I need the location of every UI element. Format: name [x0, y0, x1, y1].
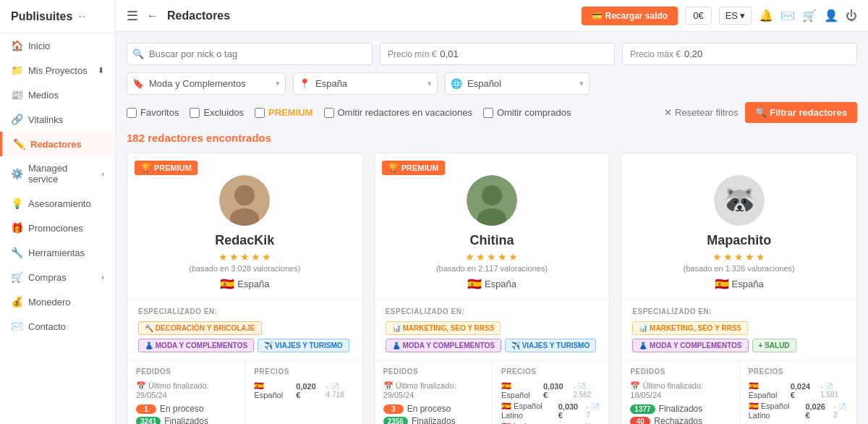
card-orders: PEDIDOS 📅 Último finalizado: 29/05/24 1E…	[127, 360, 244, 424]
price-min-input[interactable]	[440, 48, 483, 59]
premium-icon: 🏆	[140, 163, 151, 173]
filter-checks: Favoritos Excluidos PREMIUM Omitir redac…	[127, 107, 664, 118]
sidebar-label-contacto: Contacto	[28, 321, 66, 332]
card-mapachito[interactable]: 🦝 Mapachito ★★★★★ (basado en 1.326 valor…	[621, 153, 857, 424]
cart-icon[interactable]: 🛒	[802, 9, 817, 22]
check-premium-label: PREMIUM	[268, 107, 312, 118]
category-select[interactable]: Moda y Complementos	[127, 72, 286, 95]
logo-text: Publisuites	[11, 10, 72, 23]
stat-label: Finalizados	[659, 404, 703, 414]
check-favoritos[interactable]: Favoritos	[127, 107, 179, 118]
sidebar-item-asesoramiento[interactable]: 💡Asesoramiento	[0, 191, 115, 216]
sidebar-item-managed-service[interactable]: ⚙️Managed service›	[0, 156, 115, 191]
inicio-icon: 🏠	[11, 40, 22, 51]
card-prices: PRECIOS 🇪🇸 Español 0,020 € - 📄 4.718	[244, 360, 362, 424]
star-icon: ★	[734, 251, 744, 263]
card-prices: PRECIOS 🇪🇸 Español 0,024 € - 📄 1.581🇪🇸 E…	[739, 360, 856, 424]
stat-label: Finalizados	[164, 416, 208, 424]
herramientas-icon: 🔧	[11, 247, 22, 258]
sidebar-label-mis-proyectos: Mis Proyectos	[28, 65, 88, 76]
sidebar-item-contacto[interactable]: ✉️Contacto	[0, 314, 115, 339]
star-icon: ★	[487, 251, 496, 263]
mail-icon[interactable]: ✉️	[780, 9, 795, 22]
price-row: 🇪🇸 Español 0,024 € - 📄 1.581	[749, 381, 848, 399]
price-max-label: Precio máx €	[630, 49, 681, 59]
recargar-saldo-button[interactable]: 💳 Recargar saldo	[582, 7, 678, 25]
check-premium[interactable]: PREMIUM	[255, 107, 312, 118]
sidebar-item-medios[interactable]: 📰Medios	[0, 82, 115, 107]
sidebar-item-inicio[interactable]: 🏠Inicio	[0, 33, 115, 58]
card-location: 🇪🇸España	[138, 277, 352, 291]
sidebar-label-inicio: Inicio	[28, 41, 50, 51]
reset-filters-button[interactable]: ✕ Resetear filtros	[664, 107, 738, 118]
card-chitina[interactable]: 🏆 PREMIUM Chitina ★★★★★ (basado en 2.117…	[374, 153, 610, 424]
last-order-date: 📅 Último finalizado: 18/05/24	[630, 381, 730, 399]
sidebar-item-promociones[interactable]: 🎁Promociones	[0, 216, 115, 240]
check-favoritos-label: Favoritos	[140, 107, 179, 118]
redactores-icon: ✏️	[13, 138, 25, 150]
filter-button[interactable]: 🔍 Filtrar redactores	[745, 102, 857, 123]
language-select[interactable]: Español	[445, 72, 590, 95]
category-arrow-icon: ▾	[276, 79, 280, 88]
compras-icon: 🛒	[11, 271, 22, 283]
prices-label: PRECIOS	[749, 368, 848, 376]
premium-icon: 🏆	[388, 163, 399, 173]
check-vacaciones[interactable]: Omitir redactores en vacaciones	[324, 107, 472, 118]
stat-label: Finalizados	[412, 416, 456, 424]
svg-point-1	[234, 185, 255, 205]
price-row: 🇪🇸 Español 0,030 € - 📄 2.562	[501, 381, 600, 399]
star-icon: ★	[262, 251, 271, 263]
back-icon[interactable]: ←	[147, 9, 158, 22]
category-select-wrap: 🔖 Moda y Complementos ▾	[127, 72, 286, 95]
search-input[interactable]	[127, 43, 373, 65]
card-redackik[interactable]: 🏆 PREMIUM RedacKik ★★★★★ (basado en 3.02…	[127, 153, 363, 424]
check-comprados[interactable]: Omitir comprados	[483, 107, 571, 118]
sidebar-item-redactores[interactable]: ✏️Redactores	[0, 132, 115, 156]
menu-icon[interactable]: ☰	[127, 8, 138, 24]
tag-decoración-y-bricolaje: 🔨 DECORACIÓN Y BRICOLAJE	[138, 321, 262, 335]
tag-marketing,-seo-y-rrss: 📊 MARKETING, SEO Y RRSS	[386, 321, 501, 335]
card-specialization: ESPECIALIZADO EN: 📊 MARKETING, SEO Y RRS…	[375, 300, 610, 360]
language-selector[interactable]: ES ▾	[719, 7, 752, 25]
check-excluidos[interactable]: Excluidos	[190, 107, 244, 118]
svg-point-4	[482, 185, 502, 205]
prices-label: PRECIOS	[254, 368, 353, 376]
sidebar-item-mis-proyectos[interactable]: 📁Mis Proyectos⬇	[0, 58, 115, 82]
sidebar-arrow-compras: ›	[101, 273, 104, 281]
sidebar-item-monedero[interactable]: 💰Monedero	[0, 289, 115, 314]
power-icon[interactable]: ⏻	[846, 9, 857, 22]
medios-icon: 📰	[11, 89, 22, 101]
logo: Publisuites··	[0, 0, 115, 33]
card-name: Mapachito	[632, 233, 846, 248]
sidebar-item-vitalinks[interactable]: 🔗Vitalinks	[0, 107, 115, 132]
user-icon[interactable]: 👤	[824, 9, 838, 22]
sidebar-label-compras: Compras	[28, 272, 67, 283]
card-top: 🦝 Mapachito ★★★★★ (basado en 1.326 valor…	[621, 153, 856, 300]
stat-count: 3241	[136, 417, 161, 425]
price-lang: 🇪🇸 Español	[749, 381, 783, 399]
specialized-label: ESPECIALIZADO EN:	[386, 308, 599, 315]
tags-container: 📊 MARKETING, SEO Y RRSS👗 MODA Y COMPLEME…	[632, 321, 846, 352]
results-count: 182 redactores encontrados	[127, 132, 857, 144]
sidebar-label-medios: Medios	[28, 90, 59, 101]
tag-viajes-y-turismo: ✈️ VIAJES Y TURISMO	[505, 339, 596, 352]
price-orders: - 📄 4.718	[326, 383, 354, 399]
tag-moda-y-complementos: 👗 MODA Y COMPLEMENTOS	[386, 339, 501, 352]
price-max-input[interactable]	[684, 48, 728, 59]
sidebar-item-compras[interactable]: 🛒Compras›	[0, 265, 115, 289]
monedero-icon: 💰	[11, 296, 22, 308]
sidebar-item-herramientas[interactable]: 🔧Herramientas	[0, 240, 115, 265]
filter-row-1: 🔍 Precio mín € Precio máx €	[127, 43, 857, 65]
country-select[interactable]: España	[293, 72, 438, 95]
bell-icon[interactable]: 🔔	[759, 9, 773, 22]
check-excluidos-label: Excluidos	[203, 107, 244, 118]
check-vacaciones-label: Omitir redactores en vacaciones	[338, 107, 472, 118]
star-icon: ★	[251, 251, 260, 263]
last-order-date: 📅 Último finalizado: 29/05/24	[383, 381, 483, 399]
sidebar-label-managed-service: Managed service	[28, 163, 95, 185]
card-name: Chitina	[386, 233, 599, 248]
filter-row-3: Favoritos Excluidos PREMIUM Omitir redac…	[127, 102, 857, 123]
tag-marketing,-seo-y-rrss: 📊 MARKETING, SEO Y RRSS	[632, 321, 748, 335]
stat-en proceso: 1En proceso	[136, 404, 236, 414]
premium-badge: 🏆 PREMIUM	[135, 161, 197, 175]
